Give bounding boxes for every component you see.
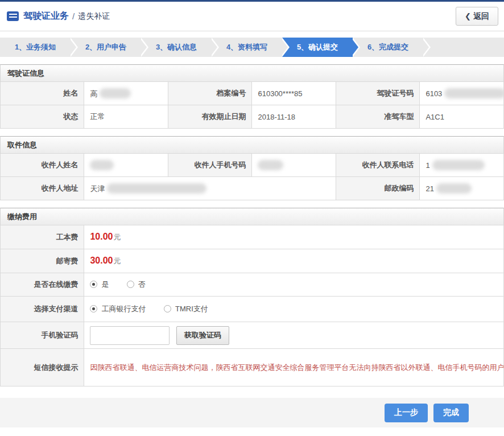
section-pickup-info: 取件信息 收件人姓名 收件人手机号码 收件人联系电话 1 收件人地址 天津 邮政… — [0, 136, 504, 200]
field-value-postage-fee: 30.00元 — [84, 249, 504, 273]
field-value-postal-code: 21 — [420, 177, 504, 200]
radio-online-no[interactable]: 否 — [127, 279, 146, 290]
field-label-payment-channel: 选择支付渠道 — [1, 297, 84, 322]
table-row: 姓名 高 档案编号 610300****85 驾驶证号码 6103 — [1, 82, 504, 105]
table-row: 手机验证码 获取验证码 — [1, 322, 504, 349]
back-button[interactable]: ❮ 返回 — [456, 7, 498, 26]
radio-button-icon — [127, 281, 134, 288]
field-label-online-payment: 是否在线缴费 — [1, 273, 84, 297]
section-title-license: 驾驶证信息 — [0, 64, 504, 81]
payment-table: 工本费 10.00元 邮寄费 30.00元 是否在线缴费 是 否 选择支付渠道 — [0, 225, 504, 386]
chevron-left-icon: ❮ — [465, 12, 471, 20]
fee-amount: 30.00 — [90, 256, 113, 265]
field-label-recipient-mobile: 收件人手机号码 — [168, 154, 252, 177]
field-label-status: 状态 — [1, 105, 84, 129]
fee-unit: 元 — [113, 257, 121, 265]
step-6-complete-submit[interactable]: 6、完成提交 — [353, 38, 423, 57]
get-code-button[interactable]: 获取验证码 — [176, 326, 229, 345]
fee-amount: 10.00 — [90, 232, 113, 241]
field-label-recipient-phone: 收件人联系电话 — [336, 154, 419, 177]
table-row: 选择支付渠道 工商银行支付 TMRI支付 — [1, 297, 504, 322]
step-progress-bar: 1、业务须知 2、用户申告 3、确认信息 4、资料填写 5、确认提交 6、完成提… — [0, 38, 504, 57]
radio-button-icon — [90, 305, 97, 312]
field-value-recipient-phone: 1 — [420, 154, 504, 177]
payment-channel-options: 工商银行支付 TMRI支付 — [84, 297, 504, 322]
field-value-recipient-address: 天津 — [84, 177, 336, 200]
field-label-postage-fee: 邮寄费 — [1, 249, 84, 273]
field-value-valid-until: 2018-11-18 — [252, 105, 336, 129]
back-button-label: 返回 — [473, 11, 489, 22]
step-4-fill-data[interactable]: 4、资料填写 — [212, 38, 282, 57]
table-row: 短信接收提示 因陕西省联通、电信运营商技术问题，陕西省互联网交通安全综合服务管理… — [1, 349, 504, 386]
field-value-status: 正常 — [84, 105, 168, 129]
sms-code-row: 获取验证码 — [84, 322, 504, 349]
redacted-blur — [436, 183, 472, 194]
section-title-pickup: 取件信息 — [0, 136, 504, 153]
table-row: 邮寄费 30.00元 — [1, 249, 504, 273]
table-row: 是否在线缴费 是 否 — [1, 273, 504, 297]
field-label-recipient-address: 收件人地址 — [1, 177, 84, 200]
redacted-blur — [444, 88, 503, 98]
radio-label: TMRI支付 — [175, 304, 208, 314]
fee-unit: 元 — [113, 233, 121, 241]
radio-channel-tmri[interactable]: TMRI支付 — [164, 304, 208, 314]
section-payment: 缴纳费用 工本费 10.00元 邮寄费 30.00元 是否在线缴费 是 否 — [0, 208, 504, 386]
field-value-production-fee: 10.00元 — [84, 225, 504, 249]
license-info-table: 姓名 高 档案编号 610300****85 驾驶证号码 6103 状态 正常 … — [0, 81, 504, 129]
footer-action-bar: 上一步 完成 — [0, 398, 504, 427]
field-value-file-no: 610300****85 — [252, 82, 336, 105]
sms-notice-text: 因陕西省联通、电信运营商技术问题，陕西省互联网交通安全综合服务管理平台无法向持陕… — [84, 349, 504, 386]
radio-channel-icbc[interactable]: 工商银行支付 — [90, 304, 146, 314]
field-value-recipient-mobile — [252, 154, 336, 177]
radio-label: 是 — [101, 279, 109, 290]
table-row: 状态 正常 有效期止日期 2018-11-18 准驾车型 A1C1 — [1, 105, 504, 129]
step-5-confirm-submit[interactable]: 5、确认提交 — [282, 38, 353, 57]
step-2-user-declaration[interactable]: 2、用户申告 — [71, 38, 141, 57]
field-value-name: 高 — [84, 82, 168, 105]
field-label-name: 姓名 — [1, 82, 84, 105]
field-label-license-no: 驾驶证号码 — [336, 82, 419, 105]
field-value-vehicle-class: A1C1 — [420, 105, 504, 129]
step-3-confirm-info[interactable]: 3、确认信息 — [141, 38, 212, 57]
redacted-blur — [258, 160, 283, 170]
radio-label: 否 — [138, 279, 146, 290]
field-value-license-no: 6103 — [420, 82, 504, 105]
page-title: 驾驶证业务 — [23, 10, 69, 22]
previous-step-button[interactable]: 上一步 — [385, 404, 428, 422]
radio-label: 工商银行支付 — [101, 304, 146, 314]
redacted-blur — [100, 88, 131, 98]
table-row: 收件人地址 天津 邮政编码 21 — [1, 177, 504, 200]
field-label-valid-until: 有效期止日期 — [168, 105, 252, 129]
sms-code-input[interactable] — [90, 326, 170, 345]
breadcrumb-separator: / — [72, 11, 75, 21]
notice-text-part2: 无法向持陕西省以外联通、电信手机号码的用户发送短信,因此无法向此类用户提供陕西省… — [349, 363, 503, 372]
field-label-file-no: 档案编号 — [168, 82, 252, 105]
page-header: 驾驶证业务 / 遗失补证 ❮ 返回 — [0, 2, 504, 31]
redacted-blur — [107, 183, 206, 194]
field-label-postal-code: 邮政编码 — [336, 177, 419, 200]
redacted-blur — [90, 160, 114, 170]
notice-text-part1: 因陕西省联通、电信运营商技术问题，陕西省互联网交通安全综合服务管理平台 — [90, 363, 349, 372]
step-1-business-notice[interactable]: 1、业务须知 — [0, 38, 71, 57]
radio-button-icon — [164, 305, 171, 312]
finish-button[interactable]: 完成 — [433, 404, 469, 422]
field-label-recipient-name: 收件人姓名 — [1, 154, 84, 177]
field-label-vehicle-class: 准驾车型 — [336, 105, 419, 129]
online-payment-options: 是 否 — [84, 273, 504, 297]
field-value-recipient-name — [84, 154, 168, 177]
breadcrumb-current: 遗失补证 — [78, 11, 110, 22]
radio-button-icon — [90, 281, 97, 288]
document-list-icon — [7, 11, 19, 21]
section-title-payment: 缴纳费用 — [0, 208, 504, 225]
pickup-info-table: 收件人姓名 收件人手机号码 收件人联系电话 1 收件人地址 天津 邮政编码 21 — [0, 153, 504, 200]
field-label-sms-code: 手机验证码 — [1, 322, 84, 349]
redacted-blur — [432, 160, 485, 170]
table-row: 收件人姓名 收件人手机号码 收件人联系电话 1 — [1, 154, 504, 177]
field-label-production-fee: 工本费 — [1, 225, 84, 249]
table-row: 工本费 10.00元 — [1, 225, 504, 249]
radio-online-yes[interactable]: 是 — [90, 279, 109, 290]
section-license-info: 驾驶证信息 姓名 高 档案编号 610300****85 驾驶证号码 6103 … — [0, 64, 504, 129]
field-label-sms-notice: 短信接收提示 — [1, 349, 84, 386]
